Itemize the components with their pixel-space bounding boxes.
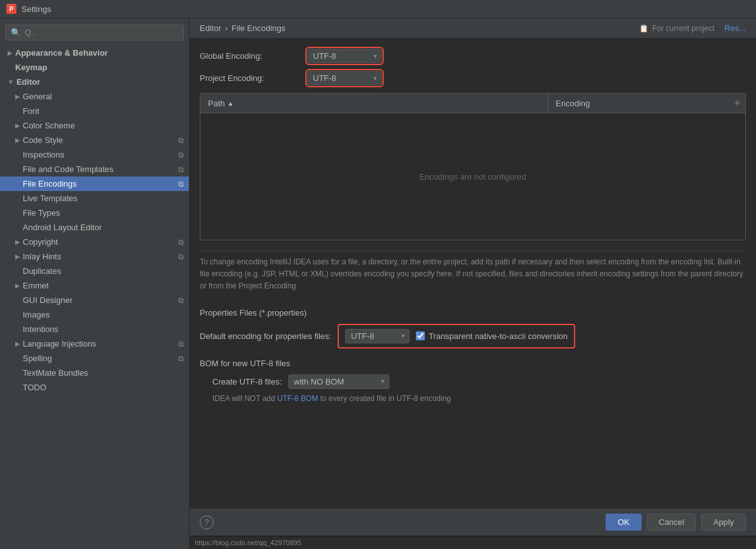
project-icon: 📋 [639, 24, 649, 33]
panel-body: Global Encoding: UTF-8 UTF-16 ISO-8859-1… [190, 39, 756, 508]
sidebar-item-emmet[interactable]: ▶ Emmet [0, 278, 189, 293]
bottom-left: ? [200, 515, 214, 529]
apply-button[interactable]: Apply [701, 514, 746, 531]
arrow-right-icon: ▶ [15, 93, 20, 100]
sidebar-item-color-scheme[interactable]: ▶ Color Scheme [0, 118, 189, 133]
sidebar-item-font[interactable]: Font [0, 104, 189, 118]
sidebar-item-images[interactable]: Images [0, 307, 189, 322]
arrow-right-icon: ▶ [15, 137, 20, 144]
table-col-encoding: Encoding [548, 94, 729, 113]
transparent-conversion-checkbox[interactable] [416, 331, 425, 340]
global-encoding-dropdown[interactable]: UTF-8 UTF-16 ISO-8859-1 windows-1252 [307, 49, 382, 63]
sidebar-item-label: Spelling [23, 354, 52, 363]
sidebar-item-label: File Encodings [23, 179, 76, 188]
sidebar-item-label: GUI Designer [23, 295, 73, 305]
bom-create-dropdown[interactable]: with NO BOM with BOM with BOM (macOS) [288, 374, 389, 389]
sidebar-item-code-style[interactable]: ▶ Code Style ⧉ [0, 133, 189, 147]
sidebar-item-label: Editor [16, 77, 40, 87]
sidebar-item-spelling[interactable]: Spelling ⧉ [0, 351, 189, 366]
table-add-button[interactable]: + [729, 94, 745, 113]
ok-button[interactable]: OK [606, 514, 642, 531]
sidebar-item-textmate-bundles[interactable]: TextMate Bundles [0, 366, 189, 380]
properties-section: Properties Files (*.properties) Default … [200, 308, 746, 349]
table-header: Path ▲ Encoding + [200, 94, 745, 113]
sidebar-item-file-code-templates[interactable]: File and Code Templates ⧉ [0, 162, 189, 176]
sidebar-item-label: File Types [23, 208, 60, 218]
sidebar-item-label: TODO [23, 383, 46, 392]
project-encoding-select[interactable]: UTF-8 UTF-16 ISO-8859-1 windows-1252 [307, 71, 382, 85]
global-encoding-row: Global Encoding: UTF-8 UTF-16 ISO-8859-1… [200, 49, 746, 63]
transparent-conversion-text: Transparent native-to-ascii conversion [429, 331, 568, 341]
url-bar: https://blog.csdn.net/qq_42970895 [190, 536, 756, 549]
properties-encoding-select[interactable]: UTF-8 UTF-16 ISO-8859-1 [345, 329, 410, 343]
global-encoding-select-wrapper: UTF-8 UTF-16 ISO-8859-1 windows-1252 [307, 49, 382, 63]
sidebar-item-android-layout-editor[interactable]: Android Layout Editor [0, 220, 189, 235]
sidebar-item-label: Color Scheme [23, 121, 75, 130]
help-button[interactable]: ? [200, 515, 214, 529]
sidebar-item-live-templates[interactable]: Live Templates [0, 191, 189, 206]
bom-create-select[interactable]: with NO BOM with BOM with BOM (macOS) [288, 374, 389, 389]
sidebar-item-label: General [23, 92, 52, 101]
project-encoding-select-wrapper: UTF-8 UTF-16 ISO-8859-1 windows-1252 [307, 71, 382, 85]
sidebar-item-intentions[interactable]: Intentions [0, 322, 189, 336]
sidebar-item-file-encodings[interactable]: File Encodings ⧉ [0, 176, 189, 191]
default-encoding-label: Default encoding for properties files: [200, 331, 331, 341]
sidebar-item-label: Duplicates [23, 266, 61, 276]
sidebar-item-label: Emmet [23, 281, 49, 290]
sidebar-item-todo[interactable]: TODO [0, 380, 189, 395]
window-title: Settings [21, 4, 51, 14]
sort-icon: ▲ [228, 100, 234, 107]
sidebar-item-editor[interactable]: ▼ Editor [0, 75, 189, 89]
sidebar-item-label: Images [23, 310, 50, 319]
help-icon: ? [204, 517, 209, 527]
sidebar-item-inspections[interactable]: Inspections ⧉ [0, 147, 189, 162]
sidebar-item-gui-designer[interactable]: GUI Designer ⧉ [0, 293, 189, 307]
sidebar-item-copyright[interactable]: ▶ Copyright ⧉ [0, 235, 189, 249]
bottom-bar: ? OK Cancel Apply [190, 508, 756, 536]
bom-link[interactable]: UTF-8 BOM [277, 394, 318, 403]
copy-icon: ⧉ [178, 252, 184, 261]
sidebar-item-keymap[interactable]: Keymap [0, 60, 189, 75]
search-icon: 🔍 [11, 28, 21, 37]
bom-create-row: Create UTF-8 files: with NO BOM with BOM… [200, 374, 746, 389]
copy-icon: ⧉ [178, 296, 184, 305]
path-label: Path [208, 99, 225, 108]
search-input[interactable] [25, 28, 178, 37]
sidebar-item-appearance-behavior[interactable]: ▶ Appearance & Behavior [0, 46, 189, 60]
breadcrumb-file-encodings: File Encodings [231, 23, 285, 33]
sidebar-item-label: Keymap [15, 63, 47, 72]
for-project: 📋 For current project [639, 24, 714, 33]
copy-icon: ⧉ [178, 340, 184, 349]
sidebar-item-inlay-hints[interactable]: ▶ Inlay Hints ⧉ [0, 249, 189, 264]
default-encoding-row: Default encoding for properties files: U… [200, 324, 746, 349]
search-box[interactable]: 🔍 [5, 25, 184, 40]
reset-link[interactable]: Res... [724, 23, 746, 33]
main-panel: Editor › File Encodings 📋 For current pr… [190, 18, 756, 549]
properties-encoding-dropdown[interactable]: UTF-8 UTF-16 ISO-8859-1 [345, 329, 410, 343]
sidebar-item-label: Language Injections [23, 339, 96, 349]
transparent-conversion-label[interactable]: Transparent native-to-ascii conversion [416, 331, 568, 341]
breadcrumb-separator: › [225, 23, 228, 33]
copy-icon: ⧉ [178, 136, 184, 145]
bom-create-label: Create UTF-8 files: [212, 377, 282, 386]
arrow-right-icon: ▶ [15, 238, 20, 245]
arrow-right-icon: ▶ [15, 253, 20, 260]
properties-title: Properties Files (*.properties) [200, 308, 746, 318]
sidebar-item-label: Android Layout Editor [23, 223, 102, 232]
sidebar-item-label: Code Style [23, 135, 63, 145]
info-text: To change encoding IntelliJ IDEA uses fo… [200, 250, 746, 298]
project-encoding-row: Project Encoding: UTF-8 UTF-16 ISO-8859-… [200, 71, 746, 85]
sidebar-item-duplicates[interactable]: Duplicates [0, 264, 189, 278]
project-encoding-dropdown[interactable]: UTF-8 UTF-16 ISO-8859-1 windows-1252 [307, 71, 382, 85]
sidebar-item-general[interactable]: ▶ General [0, 89, 189, 104]
bottom-right: OK Cancel Apply [606, 514, 746, 531]
arrow-down-icon: ▼ [8, 78, 14, 85]
title-bar: P Settings [0, 0, 756, 18]
cancel-button[interactable]: Cancel [647, 514, 696, 531]
sidebar-item-file-types[interactable]: File Types [0, 206, 189, 220]
global-encoding-select[interactable]: UTF-8 UTF-16 ISO-8859-1 windows-1252 [307, 49, 382, 63]
sidebar-item-label: Copyright [23, 237, 58, 247]
sidebar-item-label: Intentions [23, 324, 58, 334]
sidebar-item-language-injections[interactable]: ▶ Language Injections ⧉ [0, 336, 189, 351]
breadcrumb-editor: Editor [200, 23, 221, 33]
